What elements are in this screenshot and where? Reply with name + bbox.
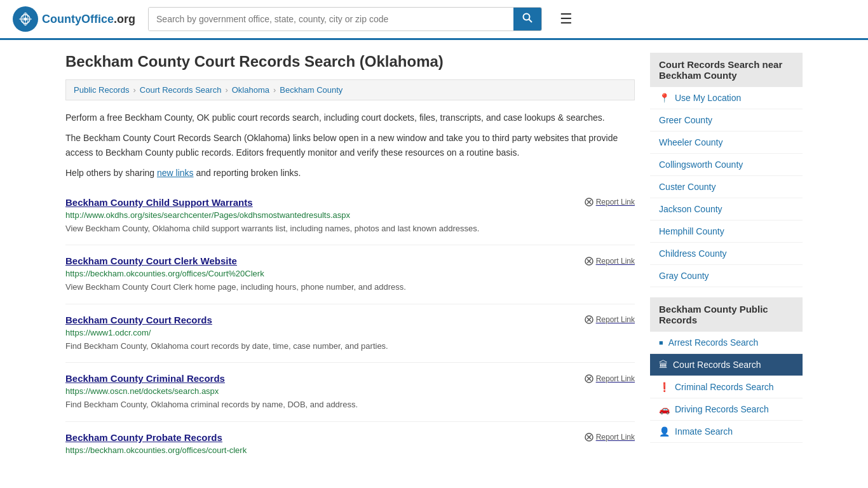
location-pin-icon: 📍	[659, 93, 670, 103]
sidebar-nearby-section: Court Records Search near Beckham County…	[650, 53, 803, 287]
report-link[interactable]: Report Link	[585, 257, 635, 266]
sidebar-nearby-heading: Court Records Search near Beckham County	[650, 53, 803, 87]
court-icon: 🏛	[659, 360, 668, 370]
main-container: Beckham County Court Records Search (Okl…	[53, 40, 815, 480]
result-title-link[interactable]: Beckham County Probate Records	[65, 432, 222, 443]
sidebar-item-wheeler-county[interactable]: Wheeler County	[650, 132, 803, 154]
result-title-link[interactable]: Beckham County Criminal Records	[65, 373, 225, 384]
result-item: Beckham County Court Records Report Link…	[65, 304, 635, 363]
report-link[interactable]: Report Link	[585, 198, 635, 207]
logo-icon	[13, 6, 38, 32]
results-list: Beckham County Child Support Warrants Re…	[65, 187, 635, 468]
arrest-icon: ■	[659, 339, 663, 346]
svg-point-6	[524, 14, 530, 20]
sidebar-public-records-heading: Beckham County Public Records	[650, 297, 803, 332]
sidebar-item-custer-county[interactable]: Custer County	[650, 176, 803, 198]
sidebar-item-hemphill-county[interactable]: Hemphill County	[650, 220, 803, 243]
result-url: https://www.oscn.net/dockets/search.aspx	[65, 386, 635, 396]
hamburger-menu[interactable]: ☰	[560, 11, 573, 27]
breadcrumb-oklahoma[interactable]: Oklahoma	[232, 85, 269, 95]
sidebar-nearby-list: 📍 Use My Location Greer County Wheeler C…	[650, 87, 803, 287]
result-desc: Find Beckham County, Oklahoma court reco…	[65, 340, 635, 353]
criminal-records-link[interactable]: ❗ Criminal Records Search	[650, 376, 803, 398]
search-bar	[148, 7, 542, 31]
inmate-icon: 👤	[659, 426, 670, 437]
result-item: Beckham County Criminal Records Report L…	[65, 363, 635, 422]
site-header: CountyOffice.org ☰	[0, 0, 868, 40]
sidebar-public-records-list: ■ Arrest Records Search 🏛 Court Records …	[650, 332, 803, 443]
jackson-county-link[interactable]: Jackson County	[650, 198, 803, 220]
breadcrumb-beckham-county[interactable]: Beckham County	[280, 85, 342, 95]
sidebar: Court Records Search near Beckham County…	[650, 53, 803, 468]
custer-county-link[interactable]: Custer County	[650, 176, 803, 198]
result-item: Beckham County Probate Records Report Li…	[65, 422, 635, 468]
breadcrumb-public-records[interactable]: Public Records	[74, 85, 129, 95]
hemphill-county-link[interactable]: Hemphill County	[650, 220, 803, 242]
result-desc: Find Beckham County, Oklahoma criminal r…	[65, 398, 635, 411]
sidebar-public-records-section: Beckham County Public Records ■ Arrest R…	[650, 297, 803, 443]
result-desc: View Beckham County Court Clerk home pag…	[65, 281, 635, 294]
sidebar-item-driving-records[interactable]: 🚗 Driving Records Search	[650, 398, 803, 421]
result-url: http://www.okdhs.org/sites/searchcenter/…	[65, 210, 635, 220]
sidebar-item-inmate-search[interactable]: 👤 Inmate Search	[650, 421, 803, 443]
result-item: Beckham County Child Support Warrants Re…	[65, 187, 635, 246]
wheeler-county-link[interactable]: Wheeler County	[650, 132, 803, 153]
description-2: The Beckham County Court Records Search …	[65, 131, 635, 159]
gray-county-link[interactable]: Gray County	[650, 265, 803, 287]
childress-county-link[interactable]: Childress County	[650, 243, 803, 264]
description-3: Help others by sharing new links and rep…	[65, 166, 635, 180]
page-title: Beckham County Court Records Search (Okl…	[65, 53, 635, 71]
search-input[interactable]	[149, 8, 513, 30]
use-my-location-link[interactable]: 📍 Use My Location	[650, 87, 803, 109]
result-title-link[interactable]: Beckham County Court Clerk Website	[65, 255, 237, 266]
car-icon: 🚗	[659, 404, 670, 414]
breadcrumb-court-records[interactable]: Court Records Search	[140, 85, 222, 95]
result-item: Beckham County Court Clerk Website Repor…	[65, 245, 635, 304]
report-link[interactable]: Report Link	[585, 433, 635, 442]
court-records-link[interactable]: 🏛 Court Records Search	[650, 354, 803, 376]
result-title-link[interactable]: Beckham County Court Records	[65, 315, 212, 325]
svg-point-5	[24, 18, 27, 21]
sidebar-item-greer-county[interactable]: Greer County	[650, 109, 803, 132]
sidebar-item-jackson-county[interactable]: Jackson County	[650, 198, 803, 220]
result-url: https://www1.odcr.com/	[65, 328, 635, 337]
main-content: Beckham County Court Records Search (Okl…	[65, 53, 635, 468]
sidebar-item-court-records[interactable]: 🏛 Court Records Search	[650, 354, 803, 376]
result-url: https://beckham.okcounties.org/offices/C…	[65, 269, 635, 278]
svg-line-7	[529, 20, 532, 23]
report-link[interactable]: Report Link	[585, 374, 635, 383]
result-desc: View Beckham County, Oklahoma child supp…	[65, 222, 635, 235]
result-title-link[interactable]: Beckham County Child Support Warrants	[65, 197, 252, 208]
breadcrumb: Public Records › Court Records Search › …	[65, 79, 635, 100]
collingsworth-county-link[interactable]: Collingsworth County	[650, 154, 803, 175]
site-logo[interactable]: CountyOffice.org	[13, 6, 135, 32]
report-link[interactable]: Report Link	[585, 315, 635, 324]
greer-county-link[interactable]: Greer County	[650, 109, 803, 131]
criminal-icon: ❗	[659, 382, 670, 392]
sidebar-item-arrest-records[interactable]: ■ Arrest Records Search	[650, 332, 803, 354]
use-my-location-item[interactable]: 📍 Use My Location	[650, 87, 803, 109]
logo-text: CountyOffice.org	[42, 13, 135, 26]
driving-records-link[interactable]: 🚗 Driving Records Search	[650, 398, 803, 420]
new-links-link[interactable]: new links	[157, 168, 194, 178]
sidebar-item-collingsworth-county[interactable]: Collingsworth County	[650, 154, 803, 176]
search-button[interactable]	[513, 8, 541, 30]
inmate-search-link[interactable]: 👤 Inmate Search	[650, 421, 803, 442]
sidebar-item-gray-county[interactable]: Gray County	[650, 265, 803, 287]
arrest-records-link[interactable]: ■ Arrest Records Search	[650, 332, 803, 353]
result-url: https://beckham.okcounties.org/offices/c…	[65, 445, 635, 455]
sidebar-item-criminal-records[interactable]: ❗ Criminal Records Search	[650, 376, 803, 398]
description-1: Perform a free Beckham County, OK public…	[65, 111, 635, 125]
sidebar-item-childress-county[interactable]: Childress County	[650, 243, 803, 265]
